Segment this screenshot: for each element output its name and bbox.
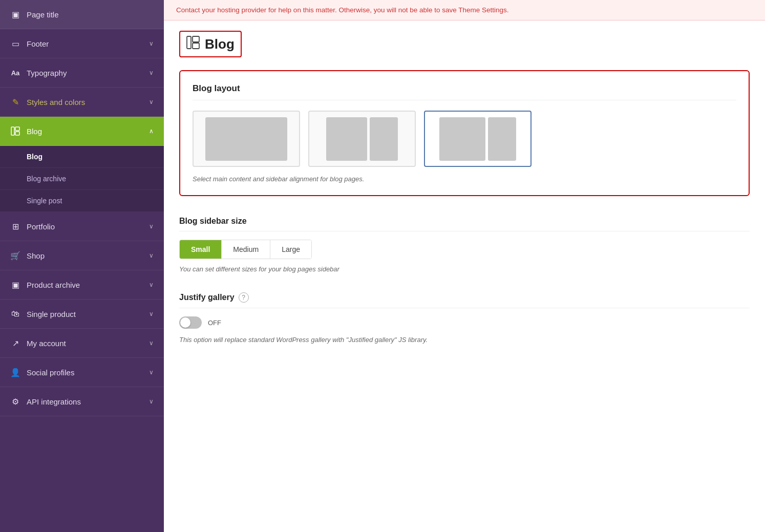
svg-rect-3 (187, 36, 191, 49)
sidebar-label-typography: Typography (27, 69, 67, 77)
product-archive-icon: ▣ (10, 280, 20, 290)
layout-block-sidebar-right (439, 117, 516, 161)
social-profiles-icon: 👤 (10, 367, 20, 377)
blog-subitems: Blog Blog archive Single post (0, 146, 164, 212)
justify-gallery-section: Justify gallery ? OFF This option will r… (179, 287, 750, 344)
sidebar-subitem-blog[interactable]: Blog (0, 146, 164, 168)
sidebar-item-portfolio[interactable]: ⊞ Portfolio ∨ (0, 212, 164, 241)
blog-chevron-icon: ∧ (149, 127, 154, 135)
error-message: Contact your hosting provider for help o… (176, 6, 509, 14)
blog-header-icon (186, 36, 200, 52)
typography-chevron-icon: ∨ (149, 69, 154, 76)
error-banner: Contact your hosting provider for help o… (164, 0, 765, 20)
size-btn-medium[interactable]: Medium (222, 240, 270, 259)
sidebar-right-side (488, 117, 516, 161)
justify-gallery-hint: This option will replace standard WordPr… (179, 336, 750, 344)
layout-block-two-col (326, 117, 398, 161)
sidebar-item-my-account[interactable]: ↗ My account ∨ (0, 329, 164, 358)
two-col-side (370, 117, 398, 161)
svg-rect-1 (15, 127, 19, 131)
page-title-icon: ▣ (10, 9, 20, 19)
main-content: Contact your hosting provider for help o… (164, 0, 765, 532)
portfolio-chevron-icon: ∨ (149, 223, 154, 230)
sidebar-size-hint: You can set different sizes for your blo… (179, 265, 750, 273)
sidebar-label-footer: Footer (27, 39, 49, 48)
sidebar-item-api-integrations[interactable]: ⚙ API integrations ∨ (0, 387, 164, 416)
justify-gallery-help-icon[interactable]: ? (239, 292, 249, 303)
svg-rect-4 (193, 36, 199, 42)
sidebar-label-api-integrations: API integrations (27, 397, 81, 406)
sidebar-item-single-product[interactable]: 🛍 Single product ∨ (0, 300, 164, 329)
my-account-chevron-icon: ∨ (149, 339, 154, 347)
sidebar-item-product-archive[interactable]: ▣ Product archive ∨ (0, 270, 164, 300)
layout-option-sidebar-right[interactable] (424, 111, 532, 167)
blog-icon (10, 126, 20, 136)
size-btn-small[interactable]: Small (180, 240, 222, 259)
blog-layout-section: Blog layout Select main cont (179, 70, 750, 196)
sidebar-subitem-blog-archive[interactable]: Blog archive (0, 168, 164, 190)
layout-option-full[interactable] (193, 111, 300, 167)
shop-icon: 🛒 (10, 250, 20, 261)
product-archive-chevron-icon: ∨ (149, 281, 154, 288)
justify-title-row: Justify gallery ? (179, 292, 750, 308)
sidebar-item-typography[interactable]: Aa Typography ∨ (0, 58, 164, 88)
size-btn-large[interactable]: Large (270, 240, 311, 259)
page-title: Blog (205, 36, 235, 52)
sidebar-label-single-product: Single product (27, 310, 76, 318)
page-header: Blog (164, 20, 765, 65)
single-product-icon: 🛍 (10, 309, 20, 319)
justify-gallery-toggle[interactable] (179, 316, 202, 329)
two-col-main (326, 117, 367, 161)
api-integrations-chevron-icon: ∨ (149, 398, 154, 405)
blog-sidebar-size-title: Blog sidebar size (179, 217, 750, 231)
page-header-icon-box: Blog (179, 31, 242, 57)
sidebar-item-blog[interactable]: Blog ∧ (0, 117, 164, 146)
sidebar-right-main (439, 117, 485, 161)
api-integrations-icon: ⚙ (10, 396, 20, 407)
sidebar-label-my-account: My account (27, 339, 66, 348)
layout-option-two-col[interactable] (308, 111, 416, 167)
sidebar-label-styles-colors: Styles and colors (27, 98, 85, 107)
my-account-icon: ↗ (10, 338, 20, 348)
sidebar-label-blog: Blog (27, 127, 42, 136)
sidebar-item-shop[interactable]: 🛒 Shop ∨ (0, 241, 164, 270)
layout-block-full (205, 117, 287, 161)
blog-sidebar-size-section: Blog sidebar size Small Medium Large You… (179, 211, 750, 273)
sidebar: ▣ Page title ▭ Footer ∨ Aa Typography ∨ … (0, 0, 164, 532)
sidebar-item-social-profiles[interactable]: 👤 Social profiles ∨ (0, 358, 164, 387)
styles-colors-chevron-icon: ∨ (149, 98, 154, 105)
styles-colors-icon: ✎ (10, 97, 20, 107)
sidebar-label-social-profiles: Social profiles (27, 368, 74, 377)
sidebar-label-shop: Shop (27, 251, 45, 260)
shop-chevron-icon: ∨ (149, 252, 154, 259)
footer-icon: ▭ (10, 38, 20, 49)
toggle-state-label: OFF (208, 319, 221, 327)
sidebar-label-page-title: Page title (27, 10, 59, 19)
sidebar-item-styles-colors[interactable]: ✎ Styles and colors ∨ (0, 88, 164, 117)
portfolio-icon: ⊞ (10, 221, 20, 231)
sidebar-item-footer[interactable]: ▭ Footer ∨ (0, 29, 164, 58)
blog-layout-title: Blog layout (193, 83, 736, 100)
sidebar-subitem-single-post[interactable]: Single post (0, 190, 164, 212)
typography-icon: Aa (10, 68, 20, 78)
svg-rect-0 (11, 127, 14, 135)
single-product-chevron-icon: ∨ (149, 310, 154, 317)
sidebar-label-product-archive: Product archive (27, 281, 80, 289)
justify-gallery-title: Justify gallery (179, 293, 235, 302)
layout-hint: Select main content and sidebar alignmen… (193, 175, 736, 183)
layout-options (193, 111, 736, 167)
footer-chevron-icon: ∨ (149, 40, 154, 47)
svg-rect-2 (15, 132, 19, 135)
social-profiles-chevron-icon: ∨ (149, 369, 154, 376)
sidebar-label-portfolio: Portfolio (27, 222, 55, 231)
sidebar-item-page-title[interactable]: ▣ Page title (0, 0, 164, 29)
svg-rect-5 (193, 43, 199, 49)
toggle-row: OFF (179, 316, 750, 329)
size-buttons: Small Medium Large (179, 240, 312, 259)
toggle-knob (180, 317, 190, 328)
